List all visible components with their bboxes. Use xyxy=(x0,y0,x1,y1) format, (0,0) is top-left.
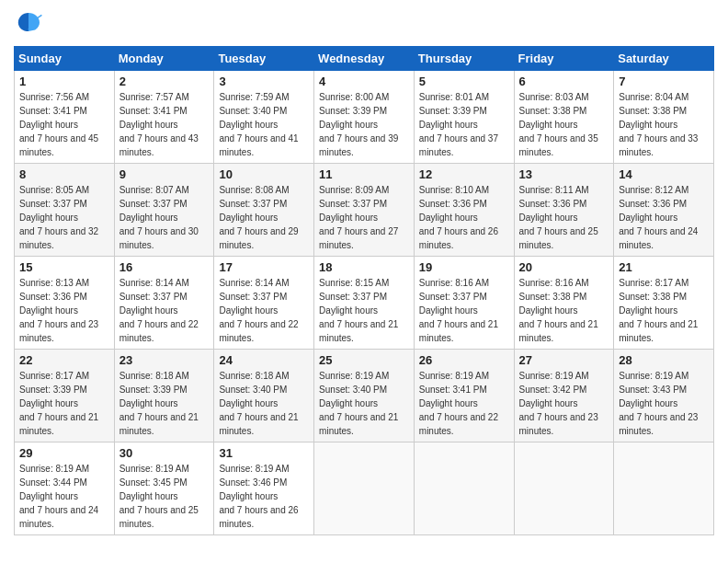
daylight-label: Daylight hours xyxy=(319,398,378,408)
sunset-label: Sunset: 3:42 PM xyxy=(519,385,587,395)
daylight-value: and 7 hours and 25 minutes. xyxy=(519,226,598,250)
calendar-cell: 6 Sunrise: 8:03 AM Sunset: 3:38 PM Dayli… xyxy=(514,71,614,164)
day-info: Sunrise: 8:19 AM Sunset: 3:43 PM Dayligh… xyxy=(619,369,709,438)
day-info: Sunrise: 8:19 AM Sunset: 3:42 PM Dayligh… xyxy=(519,369,609,438)
daylight-value: and 7 hours and 21 minutes. xyxy=(319,319,398,343)
daylight-value: and 7 hours and 21 minutes. xyxy=(119,412,199,436)
daylight-label: Daylight hours xyxy=(119,120,178,130)
daylight-label: Daylight hours xyxy=(219,398,278,408)
sunset-label: Sunset: 3:38 PM xyxy=(619,292,687,302)
day-number: 3 xyxy=(219,75,309,88)
daylight-value: and 7 hours and 33 minutes. xyxy=(619,133,698,157)
daylight-label: Daylight hours xyxy=(419,213,478,223)
sunrise-label: Sunrise: 8:19 AM xyxy=(19,464,89,474)
daylight-value: and 7 hours and 23 minutes. xyxy=(619,412,698,436)
sunset-label: Sunset: 3:43 PM xyxy=(619,385,687,395)
sunrise-label: Sunrise: 8:15 AM xyxy=(319,278,389,288)
sunrise-label: Sunrise: 8:05 AM xyxy=(19,185,89,195)
calendar-cell: 26 Sunrise: 8:19 AM Sunset: 3:41 PM Dayl… xyxy=(414,350,514,442)
daylight-label: Daylight hours xyxy=(19,120,78,130)
sunset-label: Sunset: 3:39 PM xyxy=(119,385,188,395)
sunrise-label: Sunrise: 8:18 AM xyxy=(119,371,189,381)
calendar-cell: 19 Sunrise: 8:16 AM Sunset: 3:37 PM Dayl… xyxy=(414,257,514,350)
day-number: 8 xyxy=(19,167,109,181)
daylight-value: and 7 hours and 22 minutes. xyxy=(119,319,199,343)
daylight-value: and 7 hours and 22 minutes. xyxy=(419,412,498,436)
day-info: Sunrise: 8:05 AM Sunset: 3:37 PM Dayligh… xyxy=(19,183,109,252)
sunset-label: Sunset: 3:37 PM xyxy=(219,292,287,302)
day-info: Sunrise: 8:19 AM Sunset: 3:40 PM Dayligh… xyxy=(319,369,409,438)
day-number: 1 xyxy=(19,75,109,88)
sunset-label: Sunset: 3:44 PM xyxy=(19,477,87,488)
weekday-header-sunday: Sunday xyxy=(15,47,115,71)
day-info: Sunrise: 8:16 AM Sunset: 3:37 PM Dayligh… xyxy=(419,276,509,345)
daylight-label: Daylight hours xyxy=(119,213,178,223)
sunset-label: Sunset: 3:41 PM xyxy=(119,106,188,116)
day-info: Sunrise: 8:18 AM Sunset: 3:39 PM Dayligh… xyxy=(119,369,210,438)
day-info: Sunrise: 7:56 AM Sunset: 3:41 PM Dayligh… xyxy=(19,90,109,159)
daylight-value: and 7 hours and 26 minutes. xyxy=(419,226,498,250)
day-number: 29 xyxy=(19,446,109,460)
weekday-header-monday: Monday xyxy=(114,47,214,71)
day-number: 27 xyxy=(519,353,609,367)
sunrise-label: Sunrise: 8:16 AM xyxy=(419,278,489,288)
daylight-label: Daylight hours xyxy=(119,491,178,501)
daylight-label: Daylight hours xyxy=(319,305,378,316)
sunrise-label: Sunrise: 7:59 AM xyxy=(219,92,289,102)
sunset-label: Sunset: 3:36 PM xyxy=(19,292,87,302)
daylight-label: Daylight hours xyxy=(219,491,278,501)
day-number: 5 xyxy=(419,75,509,88)
sunrise-label: Sunrise: 8:19 AM xyxy=(119,464,189,474)
sunrise-label: Sunrise: 8:19 AM xyxy=(319,371,389,381)
day-info: Sunrise: 8:16 AM Sunset: 3:38 PM Dayligh… xyxy=(519,276,609,345)
calendar-week-row-3: 15 Sunrise: 8:13 AM Sunset: 3:36 PM Dayl… xyxy=(15,257,714,350)
day-number: 6 xyxy=(519,75,609,88)
day-number: 23 xyxy=(119,353,210,367)
sunrise-label: Sunrise: 8:19 AM xyxy=(219,464,289,474)
sunset-label: Sunset: 3:37 PM xyxy=(219,199,287,209)
day-number: 26 xyxy=(419,353,509,367)
calendar-cell: 4 Sunrise: 8:00 AM Sunset: 3:39 PM Dayli… xyxy=(314,71,415,164)
day-number: 2 xyxy=(119,75,210,88)
sunrise-label: Sunrise: 8:13 AM xyxy=(19,278,89,288)
sunset-label: Sunset: 3:41 PM xyxy=(19,106,87,116)
daylight-value: and 7 hours and 22 minutes. xyxy=(219,319,298,343)
day-number: 19 xyxy=(419,260,509,274)
daylight-value: and 7 hours and 30 minutes. xyxy=(119,226,199,250)
day-info: Sunrise: 8:04 AM Sunset: 3:38 PM Dayligh… xyxy=(619,90,709,159)
daylight-label: Daylight hours xyxy=(319,120,378,130)
day-info: Sunrise: 8:10 AM Sunset: 3:36 PM Dayligh… xyxy=(419,183,509,252)
day-number: 18 xyxy=(319,260,409,274)
day-info: Sunrise: 8:07 AM Sunset: 3:37 PM Dayligh… xyxy=(119,183,210,252)
day-info: Sunrise: 8:19 AM Sunset: 3:41 PM Dayligh… xyxy=(419,369,509,438)
day-info: Sunrise: 8:00 AM Sunset: 3:39 PM Dayligh… xyxy=(319,90,409,159)
sunrise-label: Sunrise: 8:03 AM xyxy=(519,92,589,102)
daylight-label: Daylight hours xyxy=(419,120,478,130)
calendar-cell: 31 Sunrise: 8:19 AM Sunset: 3:46 PM Dayl… xyxy=(214,442,314,535)
weekday-header-friday: Friday xyxy=(514,47,614,71)
daylight-label: Daylight hours xyxy=(619,305,677,316)
daylight-label: Daylight hours xyxy=(519,398,578,408)
daylight-value: and 7 hours and 23 minutes. xyxy=(519,412,598,436)
daylight-label: Daylight hours xyxy=(19,491,78,501)
calendar-cell: 11 Sunrise: 8:09 AM Sunset: 3:37 PM Dayl… xyxy=(314,164,415,257)
calendar-body: 1 Sunrise: 7:56 AM Sunset: 3:41 PM Dayli… xyxy=(15,71,714,535)
day-number: 15 xyxy=(19,260,109,274)
sunset-label: Sunset: 3:40 PM xyxy=(219,385,287,395)
sunset-label: Sunset: 3:36 PM xyxy=(419,199,487,209)
daylight-value: and 7 hours and 21 minutes. xyxy=(219,412,298,436)
sunset-label: Sunset: 3:45 PM xyxy=(119,477,188,488)
calendar-cell: 22 Sunrise: 8:17 AM Sunset: 3:39 PM Dayl… xyxy=(15,350,115,442)
sunset-label: Sunset: 3:37 PM xyxy=(119,199,188,209)
calendar-cell xyxy=(414,442,514,535)
day-number: 13 xyxy=(519,167,609,181)
day-number: 24 xyxy=(219,353,309,367)
day-info: Sunrise: 8:13 AM Sunset: 3:36 PM Dayligh… xyxy=(19,276,109,345)
weekday-header-thursday: Thursday xyxy=(414,47,514,71)
daylight-value: and 7 hours and 37 minutes. xyxy=(419,133,498,157)
calendar-cell: 24 Sunrise: 8:18 AM Sunset: 3:40 PM Dayl… xyxy=(214,350,314,442)
calendar-cell: 3 Sunrise: 7:59 AM Sunset: 3:40 PM Dayli… xyxy=(214,71,314,164)
day-number: 21 xyxy=(619,260,709,274)
daylight-value: and 7 hours and 41 minutes. xyxy=(219,133,298,157)
day-info: Sunrise: 8:11 AM Sunset: 3:36 PM Dayligh… xyxy=(519,183,609,252)
